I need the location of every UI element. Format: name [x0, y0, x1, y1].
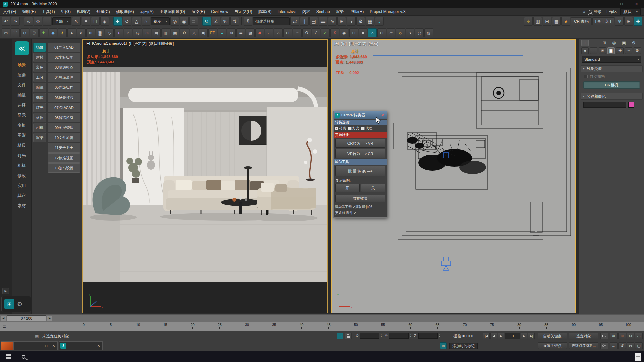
sidebar-tab[interactable]: 文件 — [12, 80, 31, 90]
prev-frame-icon[interactable]: ◀ — [490, 333, 497, 339]
script-button[interactable]: 03资源检查 — [48, 63, 80, 72]
target-tool-icon[interactable]: ◎ — [133, 28, 142, 37]
zoom-icon[interactable]: ⊕ — [610, 333, 618, 339]
script-button[interactable]: 12标准视图 — [48, 153, 80, 163]
curve-editor-icon[interactable]: ∿ — [328, 17, 337, 26]
restore-icon[interactable]: □ — [43, 342, 50, 350]
grid-icon[interactable]: ⊞ — [624, 17, 633, 26]
cr-to-vr-button[interactable]: CR转为 —> VR — [335, 139, 385, 148]
diwangpan-button[interactable]: [ 帝王盘 ] — [592, 17, 614, 25]
solid-tool-icon[interactable]: ■ — [359, 28, 367, 37]
sphere-tool-icon[interactable]: ● — [67, 28, 76, 37]
cells-tool-icon[interactable]: ▦ — [171, 28, 179, 37]
render-setup-icon[interactable]: ⚙ — [356, 17, 365, 26]
script-category-button[interactable]: 渲染 — [33, 133, 46, 142]
ribbon-toggle-icon[interactable]: ▬ — [319, 17, 327, 26]
zoom-region-icon[interactable]: ▭ — [635, 333, 643, 339]
x-coordinate-field[interactable] — [360, 333, 379, 339]
script-button[interactable]: 09图层管理 — [48, 123, 80, 132]
script-button[interactable]: 08解冻所有 — [48, 113, 80, 122]
use-pivot-point-center-icon[interactable]: ◎ — [170, 17, 179, 26]
maps-on-button[interactable]: 开 — [335, 184, 360, 192]
maxscript-minibar[interactable]: 3 ✕ — [59, 341, 103, 350]
close-icon[interactable]: ✕ — [50, 342, 57, 350]
named-selection-set-field[interactable] — [253, 17, 290, 25]
script-category-button[interactable]: 工具 — [33, 73, 46, 82]
sidebar-tab[interactable]: 变换 — [12, 120, 31, 130]
star-icon[interactable]: ★ — [561, 17, 570, 26]
maps-off-button[interactable]: 关 — [361, 184, 385, 192]
menu-item[interactable]: 编辑(E) — [19, 8, 39, 15]
menu-item[interactable]: 渲染(R) — [188, 8, 208, 15]
time-tag-icon[interactable]: ⊞ — [440, 342, 447, 349]
half2-tool-icon[interactable]: ◑ — [406, 28, 414, 37]
fp-plugin-icon[interactable]: FP — [208, 28, 217, 37]
snaps-toggle-icon[interactable]: Ω — [202, 17, 211, 26]
select-and-rotate-icon[interactable]: ↺ — [123, 17, 131, 26]
unlink-selection-icon[interactable]: ⊘ — [34, 17, 42, 26]
dark-grid-icon[interactable]: ▩ — [552, 17, 561, 26]
script-button[interactable]: 11安全卫士 — [48, 143, 80, 153]
layer-explorer-icon[interactable]: ▤ — [309, 17, 318, 26]
script-button[interactable]: 06场景打包 — [48, 93, 80, 102]
script-category-button[interactable]: 常用 — [33, 63, 46, 72]
object-color-swatch[interactable] — [628, 102, 634, 108]
modify-tab[interactable]: ⌒ — [591, 40, 598, 46]
warning-icon[interactable]: ⚠ — [524, 17, 533, 26]
cols-tool-icon[interactable]: ▥ — [161, 28, 170, 37]
cross-tool-icon[interactable]: ✚ — [39, 28, 48, 37]
viewport-menu-shading[interactable]: [线框] — [368, 41, 378, 46]
angle-tool-icon[interactable]: ∠ — [312, 28, 320, 37]
cr-gamma-button[interactable]: CR-伽玛 — [571, 17, 591, 25]
viewport-menu-user[interactable]: [用户定义] — [129, 41, 146, 46]
time-slider-handle[interactable]: 0 / 100 — [7, 315, 46, 321]
object-type-rollout[interactable]: ▾对象类型 — [581, 65, 643, 72]
sidebar-tab[interactable]: 场景 — [12, 60, 31, 70]
track-bar-icon[interactable]: ≣ — [3, 324, 6, 329]
script-button[interactable]: 02坐标归零 — [48, 53, 80, 62]
zoom-extents-icon[interactable]: ⊡ — [627, 333, 634, 339]
menu-item[interactable]: 自定义(U) — [231, 8, 255, 15]
maximize-button[interactable]: □ — [614, 0, 629, 8]
cameras-category[interactable]: ▣ — [607, 47, 615, 54]
more-plugins-link[interactable]: 更多好插件-> — [334, 210, 387, 217]
viewport-camera[interactable]: [+] [CoronaCamera001] [用户定义] [默认明暗处理] 总计… — [82, 39, 328, 313]
notepad-taskbar-icon[interactable] — [635, 353, 641, 361]
z-coordinate-field[interactable] — [418, 333, 438, 339]
search-button[interactable] — [16, 351, 31, 362]
pan-icon[interactable]: ↔ — [610, 342, 618, 349]
go-to-end-icon[interactable]: ▶| — [528, 333, 535, 339]
hatch-tool-icon[interactable]: ▩ — [246, 28, 255, 37]
hatch2-tool-icon[interactable]: ▨ — [424, 28, 433, 37]
auto-key-button[interactable]: 自动关键点 — [538, 333, 567, 339]
schematic-view-icon[interactable]: ⊞ — [337, 17, 346, 26]
sidebar-tab[interactable]: 编辑 — [12, 90, 31, 100]
sidebar-tab[interactable]: 灯光 — [12, 150, 31, 161]
hierarchy-tab[interactable]: ⊞ — [601, 40, 608, 46]
workspace-dropdown[interactable]: 默认▾ — [620, 8, 641, 15]
select-and-scale-icon[interactable]: △ — [132, 17, 141, 26]
autogrid-checkbox[interactable]: 自动栅格 — [584, 74, 605, 79]
gear-icon[interactable]: ⚙ — [17, 300, 22, 308]
y-coordinate-field[interactable] — [389, 333, 409, 339]
script-category-button[interactable]: 选择 — [33, 93, 46, 102]
coordinate-system-dropdown[interactable]: 视图▾ — [151, 17, 170, 25]
cancel-tool-icon[interactable]: ✗ — [330, 28, 339, 37]
sidebar-tab[interactable]: 相机 — [12, 161, 31, 171]
script-category-button[interactable]: 编辑 — [33, 83, 46, 92]
para-tool-icon[interactable]: ▱ — [387, 28, 395, 37]
orbit-icon[interactable]: ↺ — [618, 342, 626, 349]
select-by-name-icon[interactable]: ≡ — [82, 17, 90, 26]
shade-tool-icon[interactable]: ▓ — [96, 28, 104, 37]
menu-item[interactable]: Civil View — [208, 8, 231, 15]
selected-dropdown[interactable]: 选定对象 — [569, 333, 598, 339]
next-frame-arrow[interactable]: ▶ — [47, 316, 52, 321]
close-tool-icon[interactable]: ⊠ — [227, 28, 236, 37]
sidebar-tab[interactable]: 素材 — [12, 201, 31, 211]
display-tab[interactable]: ▣ — [620, 40, 628, 46]
selection-region-icon[interactable]: □ — [91, 17, 100, 26]
angle-snap-icon[interactable]: ∠ — [212, 17, 220, 26]
mirror-icon[interactable]: ⇄ — [290, 17, 299, 26]
teapot-tool-icon[interactable]: ◒ — [218, 28, 226, 37]
utilities-tab[interactable]: ⚙ — [630, 40, 637, 46]
